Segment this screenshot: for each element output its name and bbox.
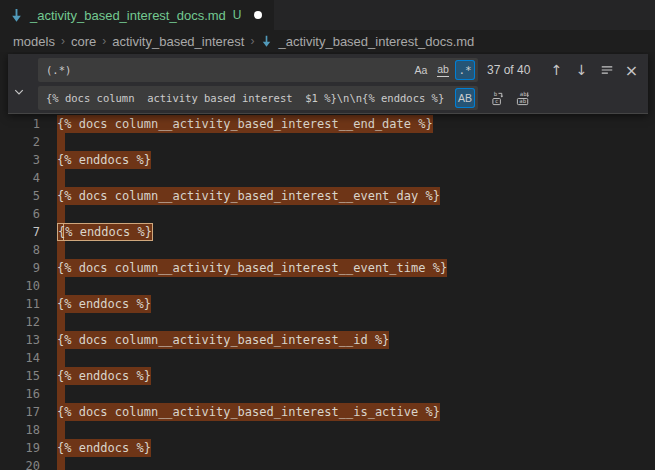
breadcrumb-item-models[interactable]: models (13, 34, 55, 49)
replace-all-button[interactable]: ab ab (513, 88, 534, 109)
line-number[interactable]: 11 (0, 295, 40, 313)
chevron-down-icon (13, 86, 25, 98)
line-number[interactable]: 1 (0, 115, 40, 133)
breadcrumb-separator: › (102, 34, 106, 48)
find-nav-buttons: ↑ ↓ × (542, 60, 642, 81)
svg-text:ab: ab (520, 91, 527, 97)
code-line[interactable]: 17{% docs column__activity_based_interes… (0, 403, 655, 421)
line-number[interactable]: 19 (0, 439, 40, 457)
toggle-replace-button[interactable] (8, 54, 30, 113)
line-number[interactable]: 17 (0, 403, 40, 421)
code-line[interactable]: 5{% docs column__activity_based_interest… (0, 187, 655, 205)
line-number[interactable]: 14 (0, 349, 40, 367)
match-highlight: {% enddocs %} (57, 295, 151, 313)
replace-row: {% docs column__activity_based_interest_… (38, 86, 644, 110)
code-line[interactable]: 10 (0, 277, 655, 295)
code-line[interactable]: 1{% docs column__activity_based_interest… (0, 115, 655, 133)
line-text (40, 277, 655, 295)
current-match-highlight: {% enddocs %} (57, 223, 153, 241)
line-number[interactable]: 3 (0, 151, 40, 169)
code-line[interactable]: 6 (0, 205, 655, 223)
match-highlight (57, 205, 65, 223)
match-highlight (57, 313, 65, 331)
line-number[interactable]: 7 (0, 223, 40, 241)
line-number[interactable]: 2 (0, 133, 40, 151)
editor-pane: (.*) Aa ab .* 37 of 40 ↑ ↓ × (0, 52, 655, 470)
line-text: {% docs column__activity_based_interest_… (40, 403, 655, 421)
find-replace-rows: (.*) Aa ab .* 37 of 40 ↑ ↓ × (30, 54, 648, 113)
line-text: {% docs column__activity_based_interest_… (40, 331, 655, 349)
find-replace-widget: (.*) Aa ab .* 37 of 40 ↑ ↓ × (8, 54, 648, 114)
code-line[interactable]: 4 (0, 169, 655, 187)
svg-text:c: c (495, 98, 498, 104)
match-highlight: {% docs column__activity_based_interest_… (57, 187, 440, 205)
replace-one-button[interactable]: b c (488, 88, 509, 109)
code-line[interactable]: 11{% enddocs %} (0, 295, 655, 313)
git-status-badge: U (233, 8, 242, 22)
line-text (40, 457, 655, 470)
line-number[interactable]: 12 (0, 313, 40, 331)
match-highlight: {% docs column__activity_based_interest_… (57, 331, 389, 349)
next-match-button[interactable]: ↓ (571, 60, 592, 81)
breadcrumb-item-core[interactable]: core (71, 34, 96, 49)
code-line[interactable]: 20 (0, 457, 655, 470)
code-line[interactable]: 12 (0, 313, 655, 331)
code-line[interactable]: 13{% docs column__activity_based_interes… (0, 331, 655, 349)
code-line[interactable]: 2 (0, 133, 655, 151)
breadcrumb: models › core › activity_based_interest … (0, 30, 655, 52)
line-number[interactable]: 20 (0, 457, 40, 470)
replace-input[interactable]: {% docs column__activity_based_interest_… (38, 86, 478, 110)
match-case-toggle[interactable]: Aa (411, 60, 431, 80)
line-text (40, 421, 655, 439)
tab-filename: _activity_based_interest_docs.md (30, 8, 226, 23)
line-number[interactable]: 8 (0, 241, 40, 259)
arrow-up-icon: ↑ (551, 62, 563, 78)
line-number[interactable]: 13 (0, 331, 40, 349)
line-text: {% enddocs %} (40, 367, 655, 385)
svg-text:b: b (494, 91, 498, 97)
match-highlight (57, 349, 65, 367)
code-line[interactable]: 3{% enddocs %} (0, 151, 655, 169)
code-line[interactable]: 9{% docs column__activity_based_interest… (0, 259, 655, 277)
line-number[interactable]: 5 (0, 187, 40, 205)
code-line[interactable]: 14 (0, 349, 655, 367)
line-number[interactable]: 9 (0, 259, 40, 277)
line-text (40, 349, 655, 367)
tab-active-file[interactable]: _activity_based_interest_docs.md U (0, 0, 274, 30)
line-number[interactable]: 18 (0, 421, 40, 439)
match-highlight: {% enddocs %} (57, 439, 151, 457)
replace-input-value: {% docs column__activity_based_interest_… (46, 92, 453, 104)
line-number[interactable]: 4 (0, 169, 40, 187)
whole-word-toggle[interactable]: ab (433, 60, 453, 80)
line-text: {% enddocs %} (40, 439, 655, 457)
match-highlight (57, 169, 65, 187)
line-number[interactable]: 15 (0, 367, 40, 385)
find-in-selection-button[interactable] (596, 60, 617, 81)
code-line[interactable]: 18 (0, 421, 655, 439)
match-highlight (57, 457, 65, 470)
markdown-file-icon (260, 35, 273, 48)
line-text: {% enddocs %} (40, 223, 655, 241)
code-line[interactable]: 15{% enddocs %} (0, 367, 655, 385)
code-line[interactable]: 8 (0, 241, 655, 259)
line-number[interactable]: 16 (0, 385, 40, 403)
replace-all-icon: ab ab (516, 91, 531, 106)
breadcrumb-item-activity-based-interest[interactable]: activity_based_interest (112, 34, 244, 49)
code-line[interactable]: 7{% enddocs %} (0, 223, 655, 241)
close-find-button[interactable]: × (621, 60, 642, 81)
find-input-value: (.*) (46, 64, 409, 76)
breadcrumb-file-label: _activity_based_interest_docs.md (278, 34, 474, 49)
code-line[interactable]: 16 (0, 385, 655, 403)
preserve-case-toggle[interactable]: AB (455, 88, 475, 108)
line-text: {% docs column__activity_based_interest_… (40, 187, 655, 205)
modified-dot-icon[interactable] (254, 11, 262, 19)
regex-toggle[interactable]: .* (455, 60, 475, 80)
line-number[interactable]: 6 (0, 205, 40, 223)
breadcrumb-item-file[interactable]: _activity_based_interest_docs.md (260, 34, 474, 49)
find-input[interactable]: (.*) Aa ab .* (38, 58, 478, 82)
line-number[interactable]: 10 (0, 277, 40, 295)
line-text: {% enddocs %} (40, 295, 655, 313)
previous-match-button[interactable]: ↑ (546, 60, 567, 81)
code-line[interactable]: 19{% enddocs %} (0, 439, 655, 457)
markdown-file-icon (9, 8, 24, 23)
